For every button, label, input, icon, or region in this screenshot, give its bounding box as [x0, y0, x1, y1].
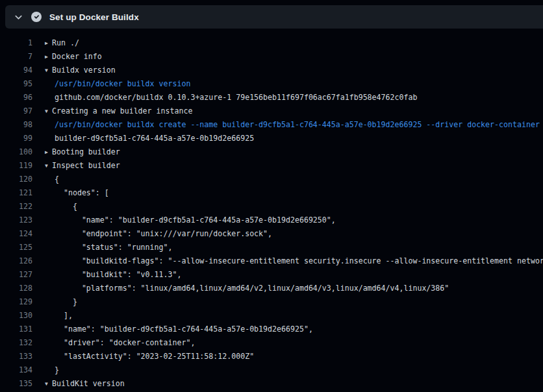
line-number[interactable]: 123 [0, 214, 32, 227]
log-line: 99builder-d9cfb5a1-c764-445a-a57e-0b19d2… [0, 132, 543, 145]
output-text: "status": "running", [32, 241, 172, 254]
output-text: "nodes": [ [32, 186, 109, 200]
log-line: 130 ], [0, 309, 543, 323]
triangle-down-icon[interactable]: ▼ [45, 159, 52, 173]
line-number[interactable]: 119 [0, 159, 32, 173]
output-text: { [32, 173, 59, 186]
line-number[interactable]: 7 [0, 50, 32, 64]
line-number[interactable]: 124 [0, 227, 32, 241]
line-number[interactable]: 134 [0, 363, 32, 377]
line-number[interactable]: 127 [0, 268, 32, 282]
log-line: 98/usr/bin/docker buildx create --name b… [0, 118, 543, 132]
log-line: 127 "buildkit": "v0.11.3", [0, 268, 543, 282]
log-group-line[interactable]: 97▼Creating a new builder instance [0, 104, 543, 118]
triangle-down-icon[interactable]: ▼ [45, 64, 52, 77]
output-text: "endpoint": "unix:///var/run/docker.sock… [32, 227, 272, 241]
line-number[interactable]: 122 [0, 200, 32, 214]
group-title: Buildx version [52, 66, 116, 75]
line-number[interactable]: 132 [0, 336, 32, 350]
log-group-line[interactable]: 7▶Docker info [0, 50, 543, 64]
triangle-right-icon[interactable]: ▶ [45, 50, 52, 64]
group-title: Creating a new builder instance [52, 106, 192, 116]
command-text: /usr/bin/docker buildx version [32, 77, 190, 91]
log-line: 131 "name": "builder-d9cfb5a1-c764-445a-… [0, 323, 543, 336]
line-number[interactable]: 126 [0, 254, 32, 268]
line-number[interactable]: 95 [0, 77, 32, 91]
output-text: } [32, 363, 59, 377]
group-title: BuildKit version [52, 379, 125, 388]
line-number[interactable]: 100 [0, 145, 32, 159]
line-number[interactable]: 131 [0, 323, 32, 336]
log-line: 96github.com/docker/buildx 0.10.3+azure-… [0, 91, 543, 104]
line-number[interactable]: 96 [0, 91, 32, 104]
log-line: 122 { [0, 200, 543, 214]
line-number[interactable]: 120 [0, 173, 32, 186]
line-number[interactable]: 125 [0, 241, 32, 254]
line-number[interactable]: 98 [0, 118, 32, 132]
log-line: 126 "buildkitd-flags": "--allow-insecure… [0, 254, 543, 268]
log-line: 125 "status": "running", [0, 241, 543, 254]
log-line: 132 "driver": "docker-container", [0, 336, 543, 350]
log-group-line[interactable]: 135▼BuildKit version [0, 377, 543, 391]
line-number[interactable]: 129 [0, 295, 32, 309]
line-number[interactable]: 130 [0, 309, 32, 323]
step-title: Set up Docker Buildx [49, 12, 139, 22]
log-line: 95/usr/bin/docker buildx version [0, 77, 543, 91]
log-line: 120{ [0, 173, 543, 186]
group-title: Inspect builder [52, 161, 120, 170]
group-title: Booting builder [52, 147, 120, 156]
check-circle-icon [31, 12, 42, 22]
output-text: "platforms": "linux/amd64,linux/amd64/v2… [32, 282, 449, 295]
output-text: "name": "builder-d9cfb5a1-c764-445a-a57e… [32, 214, 336, 227]
output-text: "buildkitd-flags": "--allow-insecure-ent… [32, 254, 543, 268]
line-number[interactable]: 1 [0, 36, 32, 50]
chevron-down-icon[interactable] [10, 5, 26, 29]
output-text: "driver": "docker-container", [32, 336, 195, 350]
log-lines: 1▶Run ./7▶Docker info94▼Buildx version95… [0, 29, 543, 392]
log-group-line[interactable]: 100▶Booting builder [0, 145, 543, 159]
triangle-right-icon[interactable]: ▶ [45, 36, 52, 50]
output-text: ], [32, 309, 73, 323]
log-line: 123 "name": "builder-d9cfb5a1-c764-445a-… [0, 214, 543, 227]
line-number[interactable]: 99 [0, 132, 32, 145]
output-text: "lastActivity": "2023-02-25T11:58:12.000… [32, 350, 254, 363]
log-line: 128 "platforms": "linux/amd64,linux/amd6… [0, 282, 543, 295]
line-number[interactable]: 94 [0, 64, 32, 77]
line-number[interactable]: 128 [0, 282, 32, 295]
triangle-down-icon[interactable]: ▼ [45, 377, 52, 391]
triangle-down-icon[interactable]: ▼ [45, 104, 52, 118]
log-line: 133 "lastActivity": "2023-02-25T11:58:12… [0, 350, 543, 363]
output-text: "buildkit": "v0.11.3", [32, 268, 181, 282]
command-text: /usr/bin/docker buildx create --name bui… [32, 118, 540, 132]
group-title: Run ./ [52, 38, 79, 47]
output-text: { [32, 200, 77, 214]
line-number[interactable]: 135 [0, 377, 32, 391]
step-header[interactable]: Set up Docker Buildx [5, 5, 543, 29]
log-line: 121 "nodes": [ [0, 186, 543, 200]
line-number[interactable]: 97 [0, 104, 32, 118]
output-text: "name": "builder-d9cfb5a1-c764-445a-a57e… [32, 323, 313, 336]
line-number[interactable]: 121 [0, 186, 32, 200]
output-text: github.com/docker/buildx 0.10.3+azure-1 … [32, 91, 417, 104]
log-line: 129 } [0, 295, 543, 309]
log-group-line[interactable]: 1▶Run ./ [0, 36, 543, 50]
group-title: Docker info [52, 52, 102, 61]
triangle-right-icon[interactable]: ▶ [45, 145, 52, 159]
line-number[interactable]: 133 [0, 350, 32, 363]
log-line: 124 "endpoint": "unix:///var/run/docker.… [0, 227, 543, 241]
log-group-line[interactable]: 119▼Inspect builder [0, 159, 543, 173]
log-group-line[interactable]: 94▼Buildx version [0, 64, 543, 77]
output-text: } [32, 295, 77, 309]
output-text: builder-d9cfb5a1-c764-445a-a57e-0b19d2e6… [32, 132, 254, 145]
log-line: 134} [0, 363, 543, 377]
